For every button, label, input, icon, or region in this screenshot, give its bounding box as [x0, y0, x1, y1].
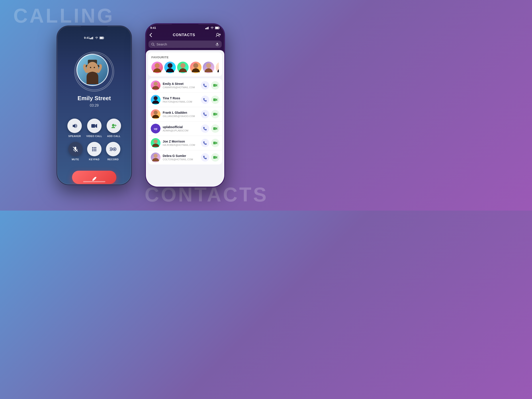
svg-rect-65: [213, 127, 216, 130]
svg-point-10: [90, 67, 91, 68]
svg-marker-56: [216, 84, 217, 87]
svg-point-50: [206, 63, 211, 68]
svg-point-46: [180, 63, 185, 68]
contacts-phone: 9:41: [145, 23, 225, 187]
svg-rect-33: [207, 27, 208, 29]
svg-rect-1: [91, 38, 91, 39]
favourites-list: [151, 62, 219, 73]
record-button[interactable]: RECORD: [106, 142, 120, 161]
mic-icon[interactable]: [215, 43, 219, 46]
contacts-screen: 9:41: [146, 24, 224, 187]
contact-email-tina: PAXTON@HOTMAIL.COM: [163, 101, 199, 103]
speaker-button[interactable]: SPEAKER: [67, 119, 82, 137]
contact-info-tina: Tina T Ross PAXTON@HOTMAIL.COM: [163, 96, 199, 103]
battery-icon: [100, 37, 104, 39]
svg-point-25: [94, 150, 95, 151]
svg-point-44: [168, 63, 172, 68]
keypad-circle[interactable]: [87, 142, 101, 156]
record-label: RECORD: [108, 158, 119, 161]
joe-call-button[interactable]: [201, 139, 209, 147]
uplabs-video-button[interactable]: [211, 124, 219, 133]
svg-point-28: [110, 149, 112, 150]
contact-avatar-emily: [151, 81, 160, 90]
record-circle[interactable]: [106, 142, 120, 156]
speaker-label: SPEAKER: [68, 135, 81, 137]
contact-actions-frank: [201, 110, 219, 118]
tina-video-button[interactable]: [211, 95, 219, 104]
svg-rect-0: [90, 38, 90, 39]
phones-container: 9:41: [57, 23, 225, 187]
svg-point-15: [112, 124, 115, 127]
contact-item-emily: Emily A Street CAMARVI6@HOTMAIL.COM: [148, 78, 222, 93]
svg-rect-2: [92, 37, 92, 39]
svg-rect-55: [213, 84, 216, 87]
back-button[interactable]: [149, 33, 152, 37]
emily-call-button[interactable]: [201, 81, 209, 89]
frank-video-button[interactable]: [211, 110, 219, 118]
svg-point-18: [92, 147, 93, 148]
debra-call-button[interactable]: [201, 153, 209, 162]
contact-info-joe: Joe Z Morrison HA.ROBER@HOTMAIL.COM: [163, 140, 199, 146]
caller-avatar: [76, 54, 109, 86]
search-bar[interactable]: Search: [149, 41, 222, 48]
search-icon: [151, 43, 155, 46]
contact-name-tina: Tina T Ross: [163, 96, 199, 100]
svg-point-72: [154, 154, 158, 158]
fav-avatar-6[interactable]: [216, 62, 219, 73]
add-contact-button[interactable]: [216, 33, 221, 37]
svg-point-54: [154, 82, 158, 86]
joe-video-button[interactable]: [211, 139, 219, 147]
fav-avatar-4[interactable]: [190, 62, 202, 73]
svg-point-24: [92, 150, 93, 151]
contact-email-emily: CAMARVI6@HOTMAIL.COM: [163, 86, 199, 89]
svg-point-62: [154, 111, 158, 115]
fav-avatar-3[interactable]: [177, 62, 189, 73]
caller-name: Emily Street: [78, 95, 111, 102]
video-call-button[interactable]: VIDEO CALL: [86, 119, 102, 137]
caller-avatar-container: [76, 54, 112, 89]
emily-video-button[interactable]: [211, 81, 219, 89]
contact-avatar-joe: [151, 138, 160, 148]
fav-avatar-5[interactable]: [203, 62, 214, 73]
speaker-circle[interactable]: [67, 119, 82, 133]
favourites-section: FAVOURITE: [148, 52, 222, 76]
contact-email-joe: HA.ROBER@HOTMAIL.COM: [163, 144, 199, 146]
contact-avatar-frank: [151, 109, 160, 119]
contact-actions-tina: [201, 95, 219, 104]
mute-button[interactable]: MUTE: [68, 142, 83, 161]
svg-rect-39: [216, 43, 218, 45]
action-buttons-row1: SPEAKER VIDEO CALL: [67, 119, 121, 137]
contact-info-uplabs: uplabsofficial ADMIN@UPLABSCOM: [163, 125, 199, 132]
video-circle[interactable]: [87, 119, 101, 133]
keypad-button[interactable]: KEYPAD: [87, 142, 101, 161]
contact-actions-emily: [201, 81, 219, 89]
add-call-circle[interactable]: [107, 119, 121, 133]
contact-email-uplabs: ADMIN@UPLABSCOM: [163, 129, 199, 132]
svg-point-58: [154, 96, 158, 100]
svg-marker-60: [216, 98, 217, 101]
frank-call-button[interactable]: [201, 110, 209, 118]
contact-info-debra: Debra G Sumler COLTONI@HOTMAIL.COM: [163, 154, 199, 161]
video-call-label: VIDEO CALL: [86, 135, 102, 137]
search-placeholder: Search: [157, 42, 214, 46]
contact-email-debra: COLTONI@HOTMAIL.COM: [163, 158, 199, 161]
uplabs-call-button[interactable]: [201, 124, 209, 133]
contact-name-uplabs: uplabsofficial: [163, 125, 199, 129]
status-icons-right: [205, 27, 220, 29]
svg-rect-36: [215, 27, 219, 29]
svg-point-23: [95, 149, 96, 150]
tina-call-button[interactable]: [201, 95, 209, 104]
svg-point-30: [114, 149, 115, 150]
add-call-button[interactable]: ADD CALL: [107, 119, 121, 137]
contact-name-emily: Emily A Street: [163, 82, 199, 86]
status-bar-left: 9:41: [80, 34, 109, 41]
debra-video-button[interactable]: [211, 153, 219, 162]
fav-avatar-2[interactable]: [164, 62, 176, 73]
mute-circle[interactable]: [68, 142, 83, 156]
signal-icon-right: [205, 27, 209, 29]
svg-rect-73: [213, 156, 216, 159]
svg-rect-13: [91, 124, 95, 128]
svg-rect-69: [213, 142, 216, 144]
svg-rect-3: [92, 37, 93, 39]
fav-avatar-1[interactable]: [151, 62, 163, 73]
